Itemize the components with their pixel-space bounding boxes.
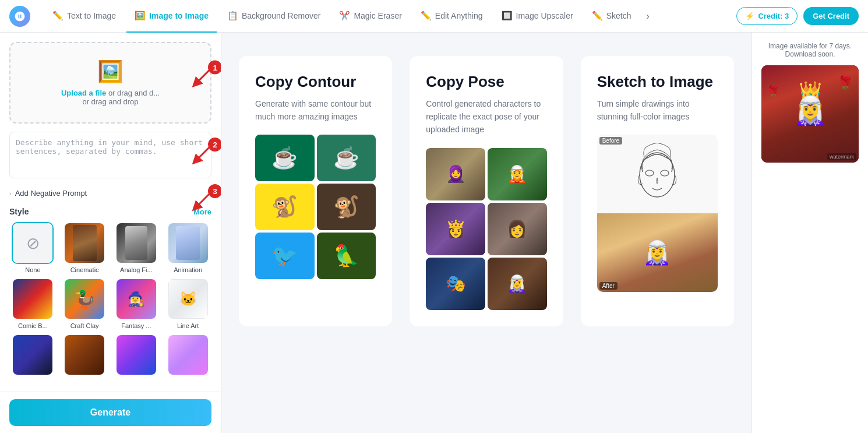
- pose-img-3: 👸: [426, 203, 485, 255]
- tab-background-remover-label: Background Remover: [242, 11, 320, 20]
- tab-image-to-image[interactable]: 🖼️ Image to Image: [126, 0, 217, 33]
- edit-anything-icon: ✏️: [421, 10, 432, 21]
- tab-magic-eraser[interactable]: ✂️ Magic Eraser: [331, 0, 410, 33]
- style-more-button[interactable]: More: [193, 207, 211, 216]
- main-layout: 🖼️ Upload a file or drag and d... or dra…: [0, 33, 868, 433]
- style-name-line-art: Line Art: [177, 322, 199, 329]
- right-panel: Image available for 7 days. Download soo…: [751, 33, 868, 433]
- svg-point-4: [645, 170, 654, 176]
- sketch-after: 🧝‍♀️ After: [597, 213, 718, 292]
- image-upscaler-icon: 🔲: [502, 10, 513, 21]
- tab-background-remover[interactable]: 📋 Background Remover: [219, 0, 329, 33]
- tab-edit-anything[interactable]: ✏️ Edit Anything: [412, 0, 491, 33]
- nav-tabs: ✏️ Text to Image 🖼️ Image to Image 📋 Bac…: [44, 0, 736, 33]
- style-name-craft-clay: Craft Clay: [70, 322, 99, 329]
- style-item-row2-4[interactable]: [164, 334, 211, 378]
- style-item-none[interactable]: ⊘ None: [9, 222, 57, 273]
- generate-bar: Generate: [0, 392, 221, 433]
- style-grid: ⊘ None Cinematic: [9, 222, 211, 378]
- after-label: After: [599, 282, 618, 290]
- style-thumb-none: ⊘: [12, 222, 54, 264]
- copy-pose-title: Copy Pose: [426, 72, 546, 91]
- style-item-line-art[interactable]: 🐱 Line Art: [164, 278, 211, 329]
- neg-prompt-toggle[interactable]: › Add Negative Prompt: [9, 186, 211, 200]
- style-item-craft-clay[interactable]: 🦆 Craft Clay: [61, 278, 108, 329]
- feature-card-copy-pose: Copy Pose Control generated characters t…: [410, 56, 563, 326]
- right-preview-image: 👑 🧝‍♀️ 🌹 🌹 watermark: [761, 65, 859, 163]
- navbar: ✏️ Text to Image 🖼️ Image to Image 📋 Bac…: [0, 0, 868, 33]
- style-item-row2-2[interactable]: [61, 334, 108, 378]
- style-name-cinematic: Cinematic: [70, 266, 99, 273]
- style-item-row2-3[interactable]: [113, 334, 160, 378]
- style-label: Style: [9, 207, 29, 216]
- sketch-icon: ✏️: [592, 10, 603, 21]
- pose-img-4: 👩: [488, 203, 547, 255]
- background-remover-icon: 📋: [227, 10, 238, 21]
- app-logo[interactable]: [9, 6, 30, 27]
- upload-image-icon: 🖼️: [97, 59, 124, 84]
- tab-edit-anything-label: Edit Anything: [435, 11, 483, 20]
- feature-card-copy-contour: Copy Contour Generate with same contour …: [239, 56, 392, 326]
- style-thumb-line-art: 🐱: [167, 278, 209, 320]
- style-thumb-row2-2: [63, 334, 105, 376]
- sketch-collage: Before 🧝‍♀️ After: [597, 135, 718, 292]
- contour-img-3: 🐒: [255, 184, 315, 230]
- style-item-animation[interactable]: Animation: [164, 222, 211, 273]
- before-label: Before: [599, 137, 622, 145]
- style-item-fantasy[interactable]: 🧙‍♀️ Fantasy ...: [113, 278, 160, 329]
- style-thumb-row2-1: [12, 334, 54, 376]
- prompt-area: 2: [9, 132, 211, 181]
- pose-img-6: 🧝‍♀️: [488, 258, 547, 310]
- get-credit-label: Get Credit: [813, 12, 849, 20]
- preview-inner: 👑 🧝‍♀️ 🌹 🌹 watermark: [761, 65, 859, 163]
- generate-button[interactable]: Generate: [9, 399, 211, 426]
- generate-label: Generate: [90, 407, 130, 417]
- tab-image-upscaler-label: Image Upscaler: [516, 11, 573, 20]
- style-item-comic-b[interactable]: Comic B...: [9, 278, 57, 329]
- feature-card-sketch-to-image: Sketch to Image Turn simple drawings int…: [581, 56, 734, 326]
- svg-point-5: [661, 170, 669, 176]
- credit-button[interactable]: ⚡ Credit: 3: [736, 7, 798, 25]
- credit-label: Credit: 3: [758, 12, 789, 20]
- contour-img-6: 🦜: [317, 233, 376, 279]
- right-info-text: Image available for 7 days. Download soo…: [761, 42, 859, 58]
- nav-right: ⚡ Credit: 3 Get Credit: [736, 7, 859, 25]
- style-thumb-comic-b: [12, 278, 54, 320]
- style-thumb-row2-3: [115, 334, 157, 376]
- style-item-cinematic[interactable]: Cinematic: [61, 222, 108, 273]
- style-item-analog-fi[interactable]: Analog Fi...: [113, 222, 160, 273]
- contour-img-5: 🐦: [255, 233, 315, 279]
- nav-more-button[interactable]: ›: [641, 8, 654, 25]
- style-thumb-craft-clay: 🦆: [63, 278, 105, 320]
- upload-area[interactable]: 🖼️ Upload a file or drag and d... or dra…: [9, 42, 211, 124]
- tab-image-upscaler[interactable]: 🔲 Image Upscaler: [493, 0, 581, 33]
- contour-img-4: 🐒: [317, 184, 376, 230]
- sketch-to-image-desc: Turn simple drawings into stunning full-…: [597, 97, 718, 124]
- copy-contour-title: Copy Contour: [255, 72, 376, 91]
- prompt-input[interactable]: [9, 132, 211, 178]
- copy-contour-desc: Generate with same contour but much more…: [255, 97, 376, 124]
- tab-image-to-image-label: Image to Image: [149, 11, 209, 20]
- pose-img-2: 🧝: [488, 148, 547, 200]
- get-credit-button[interactable]: Get Credit: [803, 7, 859, 25]
- style-name-comic-b: Comic B...: [18, 322, 48, 329]
- style-thumb-row2-4: [167, 334, 209, 376]
- none-icon: ⊘: [13, 223, 52, 263]
- tab-sketch[interactable]: ✏️ Sketch: [584, 0, 640, 33]
- text-to-image-icon: ✏️: [52, 10, 63, 21]
- style-item-row2-1[interactable]: [9, 334, 57, 378]
- style-name-analog-fi: Analog Fi...: [120, 266, 153, 273]
- left-scroll-area: 🖼️ Upload a file or drag and d... or dra…: [0, 33, 221, 392]
- sketch-to-image-title: Sketch to Image: [597, 72, 718, 91]
- image-to-image-icon: 🖼️: [135, 10, 146, 21]
- tab-sketch-label: Sketch: [606, 11, 631, 20]
- tab-text-to-image[interactable]: ✏️ Text to Image: [44, 0, 124, 33]
- style-thumb-analog-fi: [115, 222, 157, 264]
- pose-img-5: 🎭: [426, 258, 485, 310]
- features-grid: Copy Contour Generate with same contour …: [239, 56, 734, 326]
- contour-collage: ☕ ☕ 🐒 🐒 🐦 🦜: [255, 135, 376, 279]
- pose-img-1: 🧕: [426, 148, 485, 200]
- upload-link[interactable]: Upload a file: [61, 89, 106, 97]
- style-thumb-cinematic: [63, 222, 105, 264]
- sketch-before: Before: [597, 135, 718, 221]
